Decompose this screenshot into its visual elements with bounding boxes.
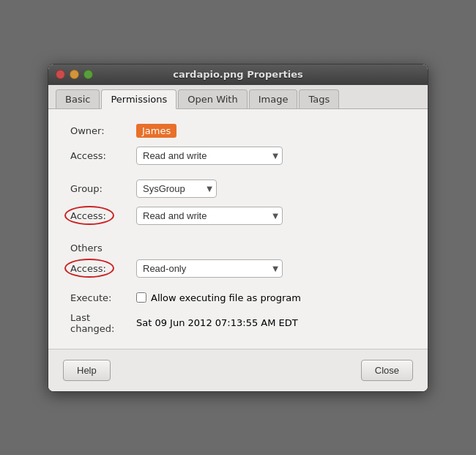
execute-row: Execute: Allow executing file as program	[70, 292, 406, 303]
others-section-header: Others	[70, 243, 406, 254]
owner-row: Owner: James	[70, 124, 406, 138]
tab-bar: Basic Permissions Open With Image Tags	[48, 85, 428, 109]
execute-checkbox[interactable]	[136, 292, 146, 303]
tab-image[interactable]: Image	[249, 89, 298, 108]
group-row: Group: SysGroup Users Root ▼	[70, 180, 406, 198]
close-button[interactable]: Close	[361, 360, 413, 381]
owner-label: Owner:	[70, 125, 136, 136]
others-access-label: Access:	[70, 263, 136, 274]
group-access-select-wrapper: Read and write Read-only None ▼	[136, 207, 283, 225]
permissions-panel: Owner: James Access: Read and write Read…	[48, 109, 428, 349]
others-access-row: Access: Read-only Read and write None ▼	[70, 259, 406, 278]
execute-checkbox-row: Allow executing file as program	[136, 292, 301, 303]
minimize-window-button[interactable]	[70, 70, 79, 79]
tab-basic[interactable]: Basic	[56, 89, 100, 108]
execute-label: Execute:	[70, 292, 136, 303]
last-changed-row: Last changed: Sat 09 Jun 2012 07:13:55 A…	[70, 312, 406, 334]
execute-checkbox-label: Allow executing file as program	[151, 292, 301, 303]
group-access-select[interactable]: Read and write Read-only None	[136, 207, 283, 225]
titlebar: cardapio.png Properties	[48, 64, 428, 85]
owner-value: James	[136, 124, 176, 138]
close-window-button[interactable]	[56, 70, 65, 79]
window-title: cardapio.png Properties	[173, 69, 303, 80]
owner-access-select-wrapper: Read and write Read-only None ▼	[136, 147, 283, 165]
footer: Help Close	[48, 349, 428, 391]
group-access-row: Access: Read and write Read-only None ▼	[70, 207, 406, 225]
others-access-select-wrapper: Read-only Read and write None ▼	[136, 259, 283, 278]
last-changed-label: Last changed:	[70, 312, 136, 334]
properties-window: cardapio.png Properties Basic Permission…	[48, 64, 428, 392]
last-changed-value: Sat 09 Jun 2012 07:13:55 AM EDT	[136, 317, 298, 328]
owner-access-row: Access: Read and write Read-only None ▼	[70, 147, 406, 165]
group-access-label: Access:	[70, 210, 136, 221]
group-select[interactable]: SysGroup Users Root	[136, 180, 217, 198]
owner-access-select[interactable]: Read and write Read-only None	[136, 147, 283, 165]
tab-permissions[interactable]: Permissions	[101, 89, 176, 109]
group-label: Group:	[70, 183, 136, 194]
help-button[interactable]: Help	[63, 360, 111, 381]
others-access-select[interactable]: Read-only Read and write None	[136, 259, 283, 278]
owner-access-label: Access:	[70, 150, 136, 161]
group-select-wrapper: SysGroup Users Root ▼	[136, 180, 217, 198]
tab-open-with[interactable]: Open With	[178, 89, 247, 108]
maximize-window-button[interactable]	[83, 70, 93, 79]
tab-tags[interactable]: Tags	[299, 89, 339, 108]
window-controls	[56, 70, 93, 79]
